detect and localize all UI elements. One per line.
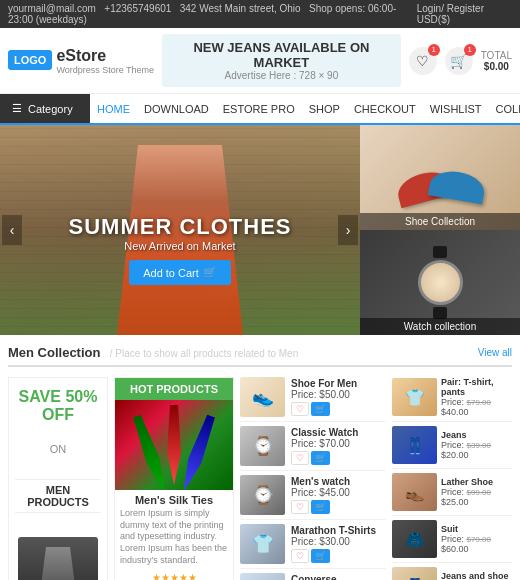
nav-shop[interactable]: SHOP [302, 95, 347, 123]
nav-checkout[interactable]: CHECKOUT [347, 95, 423, 123]
wishlist-button[interactable]: ♡ [291, 402, 309, 416]
shoe-icon: 👟 [252, 386, 274, 408]
wishlist-button[interactable]: ♡ [291, 500, 309, 514]
hot-product-name: Men's Silk Ties [115, 490, 233, 508]
promo-box: SAVE 50% OFF ON MEN PRODUCTS [8, 377, 108, 580]
promo-save-text: SAVE 50% OFF [15, 388, 101, 423]
hero-title: SUMMER CLOTHES [0, 214, 360, 240]
header-right: ♡ 1 🛒 1 TOTAL $0.00 [409, 47, 512, 75]
hot-product-desc: Lorem Ipsum is simply dummy text of the … [115, 508, 233, 570]
product-name: Converse [291, 574, 386, 580]
wishlist-button[interactable]: ♡ [291, 451, 309, 465]
wishlist-button[interactable]: ♡ [291, 549, 309, 563]
product-info: Jeans and shoe Price: $59.00 $36.00 [441, 571, 512, 580]
product-price: Price: $39.00 $20.00 [441, 440, 512, 460]
hero-main: SUMMER CLOTHES New Arrived on Market Add… [0, 125, 360, 335]
nav-collection[interactable]: COLLECTION [489, 95, 520, 123]
cart-button[interactable]: 🛒 [311, 549, 330, 563]
product-name: Suit [441, 524, 512, 534]
product-price: Price: $79.00 $40.00 [441, 397, 512, 417]
wishlist-badge: 1 [428, 44, 440, 56]
product-info: Pair: T-shirt, pants Price: $79.00 $40.0… [441, 377, 512, 417]
banner-sub-text: Advertise Here : 728 × 90 [168, 70, 395, 81]
logo-text: eStore Wordpress Store Theme [56, 46, 154, 76]
cart-total: TOTAL $0.00 [481, 50, 512, 72]
logo-box: LOGO [8, 50, 52, 70]
logo-area: LOGO eStore Wordpress Store Theme [8, 46, 154, 76]
wishlist-cart[interactable]: ♡ 1 [409, 47, 437, 75]
product-thumbnail-right: 👞 [392, 473, 437, 511]
product-thumbnail: ⌚ [240, 475, 285, 515]
product-item: 👟 Converse Price: $59.00 $40.00 ♡ 🛒 [240, 573, 386, 580]
product-item: 👟 Shoe For Men Price: $50.00 ♡ 🛒 [240, 377, 386, 422]
product-name: Men's watch [291, 476, 386, 487]
store-name: eStore [56, 46, 154, 65]
cart-button[interactable]: 🛒 [311, 402, 330, 416]
product-thumbnail-right: 👖 [392, 426, 437, 464]
product-thumbnail: 👕 [240, 524, 285, 564]
tie-blue [174, 413, 220, 490]
product-price: Price: $30.00 [291, 536, 386, 547]
total-value: $0.00 [481, 61, 512, 72]
cart-button[interactable]: 🛒 [311, 500, 330, 514]
hamburger-icon: ☰ [12, 102, 22, 115]
section-title: Men Collection [8, 345, 100, 360]
product-buttons: ♡ 🛒 [291, 549, 386, 563]
product-name: Jeans [441, 430, 512, 440]
cart-btn-icon: 🛒 [203, 266, 217, 279]
promo-men-text: MEN PRODUCTS [15, 479, 101, 513]
product-thumbnail-right: 🧥 [392, 520, 437, 558]
tie-green [127, 413, 173, 490]
navigation: ☰ Category HOME DOWNLOAD ESTORE PRO SHOP… [0, 94, 520, 125]
cart-button[interactable]: 🛒 [311, 451, 330, 465]
hot-header: HOT PRODUCTS [115, 378, 233, 400]
product-thumbnail: 👟 [240, 377, 285, 417]
main-cart[interactable]: 🛒 1 [445, 47, 473, 75]
men-collection-section: Men Collection / Place to show all produ… [0, 335, 520, 580]
nav-home[interactable]: HOME [90, 95, 137, 123]
hero-watch-thumb[interactable]: Watch collection [360, 230, 520, 335]
product-thumbnail: ⌚ [240, 426, 285, 466]
view-all-link[interactable]: View all [478, 347, 512, 358]
product-item: ⌚ Classic Watch Price: $70.00 ♡ 🛒 [240, 426, 386, 471]
product-price: Price: $45.00 [291, 487, 386, 498]
add-to-cart-hero-button[interactable]: Add to Cart 🛒 [129, 260, 231, 285]
nav-estore-pro[interactable]: ESTORE PRO [216, 95, 302, 123]
hero-content: SUMMER CLOTHES New Arrived on Market Add… [0, 214, 360, 285]
category-dropdown[interactable]: ☰ Category [0, 94, 90, 123]
section-subtitle: / Place to show all products related to … [110, 348, 298, 359]
watch-collection-label: Watch collection [360, 318, 520, 335]
currency: USD($) [417, 14, 450, 25]
promo-on-text: ON [50, 443, 67, 455]
suit-icon: 🧥 [405, 530, 425, 549]
product-info: Lather Shoe Price: $99.00 $25.00 [441, 477, 512, 507]
watch-icon: ⌚ [252, 435, 274, 457]
promo-image [18, 537, 98, 580]
login-link[interactable]: Login/ Register [417, 3, 484, 14]
product-item-right: 👖 Jeans Price: $39.00 $20.00 [392, 426, 512, 469]
tshirt-icon: 👕 [252, 533, 274, 555]
lather-shoe-icon: 👞 [405, 483, 425, 502]
top-bar-right: Login/ Register USD($) [417, 3, 512, 25]
hero-section: SUMMER CLOTHES New Arrived on Market Add… [0, 125, 520, 335]
product-buttons: ♡ 🛒 [291, 451, 386, 465]
hero-prev-button[interactable]: ‹ [2, 215, 22, 245]
phone: +12365749601 [104, 3, 171, 14]
total-label: TOTAL [481, 50, 512, 61]
store-sub: Wordpress Store Theme [56, 65, 154, 76]
product-thumbnail-right: 👕 [392, 378, 437, 416]
product-info: Classic Watch Price: $70.00 ♡ 🛒 [291, 427, 386, 465]
product-price: Price: $70.00 [291, 438, 386, 449]
product-info: Suit Price: $79.00 $60.00 [441, 524, 512, 554]
hot-product-stars: ★★★★★ [115, 570, 233, 580]
hero-thumbnails: Shoe Collection Watch collection [360, 125, 520, 335]
section-title-area: Men Collection / Place to show all produ… [8, 345, 298, 360]
product-name: Shoe For Men [291, 378, 386, 389]
product-name: Lather Shoe [441, 477, 512, 487]
hero-shoe-thumb[interactable]: Shoe Collection [360, 125, 520, 230]
shoe-collection-label: Shoe Collection [360, 213, 520, 230]
nav-wishlist[interactable]: WISHLIST [423, 95, 489, 123]
nav-download[interactable]: DOWNLOAD [137, 95, 216, 123]
section-body: SAVE 50% OFF ON MEN PRODUCTS HOT PRODUCT… [8, 377, 512, 580]
hero-next-button[interactable]: › [338, 215, 358, 245]
